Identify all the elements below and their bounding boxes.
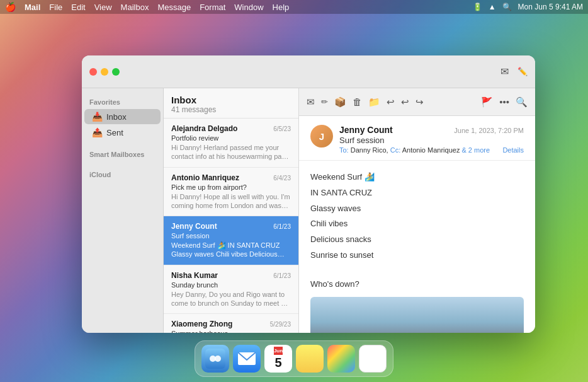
- window-toolbar: ✉ ✏️: [82, 55, 535, 88]
- body-line-1: Weekend Surf 🏄: [310, 171, 524, 184]
- detail-subject: Surf session: [339, 136, 524, 145]
- menu-mailbox[interactable]: Mailbox: [121, 3, 149, 12]
- reply-toolbar-icon[interactable]: ↩: [387, 96, 395, 108]
- email-date: 6/1/23: [273, 272, 291, 279]
- inbox-title: Inbox: [171, 95, 291, 105]
- email-list-items: Alejandra Delgado 6/5/23 Portfolio revie…: [164, 119, 298, 333]
- close-button[interactable]: [89, 68, 97, 76]
- sidebar-sent-label: Sent: [106, 128, 123, 137]
- email-list-header: Inbox 41 messages: [164, 88, 298, 119]
- email-date: 5/29/23: [270, 321, 291, 328]
- email-subject: Summer barbecue: [171, 330, 291, 333]
- menu-file[interactable]: File: [49, 3, 62, 12]
- menu-view[interactable]: View: [94, 3, 112, 12]
- search-menubar-icon[interactable]: 🔍: [502, 3, 512, 11]
- dock-item-reminders[interactable]: [359, 345, 387, 373]
- email-subject: Surf session: [171, 232, 291, 240]
- trash-toolbar-icon[interactable]: 🗑: [353, 96, 362, 107]
- sender-name: Jenny Count: [171, 222, 217, 231]
- email-detail-panel: ✉ ✏ 📦 🗑 📁 ↩ ↩ ↪ 🚩 ••• 🔍 J: [299, 88, 535, 333]
- compose-toolbar-icon[interactable]: ✏: [321, 97, 328, 107]
- dock-item-calendar[interactable]: Jun 5: [264, 345, 292, 373]
- avatar-initial: J: [319, 131, 324, 142]
- battery-icon: 🔋: [473, 3, 482, 11]
- smart-mailboxes-label: Smart Mailboxes: [82, 148, 163, 161]
- email-header-info: Jenny Count June 1, 2023, 7:20 PM Surf s…: [339, 125, 524, 154]
- sidebar-item-inbox[interactable]: 📥 Inbox: [84, 109, 161, 124]
- email-item-nisha[interactable]: Nisha Kumar 6/1/23 Sunday brunch Hey Dan…: [164, 265, 298, 315]
- svg-point-5: [215, 356, 221, 362]
- email-date: 6/4/23: [273, 175, 291, 182]
- folder-toolbar-icon[interactable]: 📁: [368, 96, 380, 108]
- calendar-month: Jun: [274, 347, 283, 355]
- sender-name: Xiaomeng Zhong: [171, 320, 232, 328]
- email-inline-photo: ›: [310, 297, 524, 333]
- email-preview: Hi Danny! Herland passed me your contact…: [171, 143, 291, 161]
- email-item-antonio[interactable]: Antonio Manriquez 6/4/23 Pick me up from…: [164, 168, 298, 217]
- new-message-icon[interactable]: ✉: [500, 66, 509, 78]
- maximize-button[interactable]: [112, 68, 120, 76]
- search-toolbar-icon[interactable]: 🔍: [516, 96, 528, 108]
- email-item-jenny[interactable]: Jenny Count 6/1/23 Surf session Weekend …: [164, 216, 298, 265]
- dock-item-mail[interactable]: [233, 345, 261, 373]
- compose-icon[interactable]: ✏️: [517, 67, 528, 76]
- cc-label: Cc:: [390, 146, 402, 154]
- email-body: Weekend Surf 🏄 IN SANTA CRUZ Glassy wave…: [299, 161, 535, 333]
- menu-help[interactable]: Help: [273, 3, 290, 12]
- flag-toolbar-icon[interactable]: 🚩: [481, 96, 493, 108]
- dock-item-finder[interactable]: [201, 345, 229, 373]
- menu-format[interactable]: Format: [200, 3, 225, 12]
- menu-bar: 🍎 Mail File Edit View Mailbox Message Fo…: [0, 0, 588, 14]
- sidebar-inbox-label: Inbox: [106, 112, 127, 122]
- archive-toolbar-icon[interactable]: 📦: [334, 96, 346, 108]
- minimize-button[interactable]: [101, 68, 108, 76]
- dock: Jun 5: [195, 340, 393, 377]
- inbox-icon: 📥: [92, 112, 103, 122]
- forward-toolbar-icon[interactable]: ↪: [416, 96, 424, 108]
- traffic-lights: [89, 68, 120, 76]
- sidebar-item-sent[interactable]: 📤 Sent: [84, 125, 161, 140]
- favorites-label: Favorites: [82, 96, 163, 108]
- email-preview: Hey Danny, Do you and Rigo want to come …: [171, 290, 291, 308]
- wifi-icon: ▲: [489, 3, 496, 11]
- body-line-7: Who's down?: [310, 278, 524, 291]
- apple-menu[interactable]: 🍎: [5, 2, 16, 12]
- dock-item-photos[interactable]: [327, 345, 355, 373]
- sender-name: Antonio Manriquez: [171, 173, 239, 182]
- menu-edit[interactable]: Edit: [71, 3, 85, 12]
- body-line-6: Sunrise to sunset: [310, 249, 524, 262]
- detail-toolbar: ✉ ✏ 📦 🗑 📁 ↩ ↩ ↪ 🚩 ••• 🔍: [299, 88, 535, 116]
- email-subject: Sunday brunch: [171, 281, 291, 289]
- reply-all-toolbar-icon[interactable]: ↩: [401, 96, 409, 108]
- email-preview: Hi Danny! Hope all is well with you. I'm…: [171, 192, 291, 211]
- details-link[interactable]: Details: [502, 146, 524, 154]
- email-list: Inbox 41 messages Alejandra Delgado 6/5/…: [164, 88, 299, 333]
- body-line-2: IN SANTA CRUZ: [310, 187, 524, 200]
- sidebar: Favorites 📥 Inbox 📤 Sent Smart Mailboxes…: [82, 88, 164, 333]
- app-menu-mail[interactable]: Mail: [25, 3, 40, 12]
- cc-recipient: Antonio Manriquez: [402, 146, 460, 154]
- email-subject: Portfolio review: [171, 134, 291, 142]
- from-name: Jenny Count: [339, 125, 393, 135]
- email-preview: Weekend Surf 🏄 IN SANTA CRUZ Glassy wave…: [171, 241, 291, 259]
- more-recipients: & 2 more: [461, 146, 490, 154]
- dock-item-notes[interactable]: [296, 345, 324, 373]
- email-item-alejandra[interactable]: Alejandra Delgado 6/5/23 Portfolio revie…: [164, 119, 298, 168]
- body-line-5: Delicious snacks: [310, 233, 524, 246]
- menu-message[interactable]: Message: [157, 3, 191, 12]
- datetime-display: Mon Jun 5 9:41 AM: [518, 3, 583, 11]
- mail-envelope-icon: [238, 352, 256, 365]
- email-subject: Pick me up from airport?: [171, 183, 291, 191]
- email-header: J Jenny Count June 1, 2023, 7:20 PM Surf…: [299, 116, 535, 161]
- sender-avatar: J: [310, 125, 333, 148]
- email-item-xiaomeng[interactable]: Xiaomeng Zhong 5/29/23 Summer barbecue D…: [164, 314, 298, 333]
- new-message-toolbar-icon[interactable]: ✉: [307, 96, 315, 108]
- to-label: To:: [339, 146, 351, 154]
- email-date: 6/5/23: [273, 125, 291, 132]
- email-timestamp: June 1, 2023, 7:20 PM: [454, 127, 524, 134]
- menu-window[interactable]: Window: [234, 3, 263, 12]
- more-toolbar-icon[interactable]: •••: [499, 96, 509, 107]
- icloud-label: iCloud: [82, 168, 163, 181]
- email-date: 6/1/23: [273, 223, 291, 230]
- email-recipients: To: Danny Rico, Cc: Antonio Manriquez & …: [339, 146, 524, 154]
